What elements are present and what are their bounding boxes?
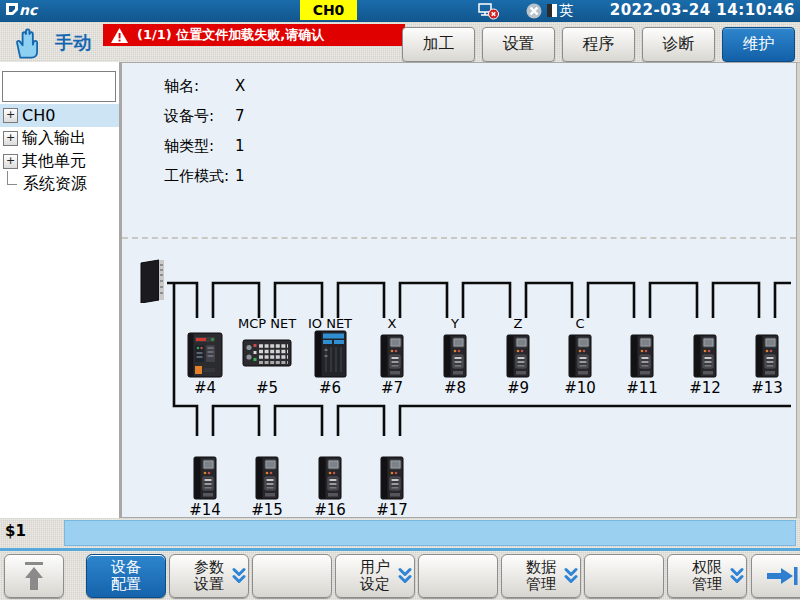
softkey-device-config[interactable]: 设备 配置 (86, 554, 166, 598)
device-node-5[interactable]: MCP NET #5 (235, 316, 299, 397)
servo-drive-device-icon (379, 332, 405, 378)
servo-drive-device-icon (254, 454, 280, 500)
device-node-4[interactable]: #4 (173, 316, 237, 397)
network-error-icon (478, 2, 500, 20)
tab-maintenance[interactable]: 维护 (722, 27, 795, 62)
device-node-11[interactable]: #11 (610, 316, 674, 397)
up-arrow-icon (18, 559, 50, 593)
manual-mode-hand-icon (8, 25, 46, 61)
main-nav-tabs: 加工 设置 程序 诊断 维护 (402, 27, 795, 62)
command-prompt-label: $1 (5, 522, 26, 540)
softkey-permission-management[interactable]: 权限 管理 (667, 554, 747, 598)
tree-item-other-units[interactable]: + 其他单元 (0, 150, 119, 173)
tree-item-ch0[interactable]: + CH0 (0, 104, 119, 127)
device-node-12[interactable]: #12 (673, 316, 737, 397)
device-tree: + CH0 + 输入输出 + 其他单元 系统资源 (0, 104, 119, 196)
softkey-empty-2 (418, 554, 498, 598)
tab-diagnosis[interactable]: 诊断 (642, 27, 715, 62)
softkey-label: 设置 (194, 576, 224, 593)
chevron-down-icon (232, 568, 246, 585)
info-label: 工作模式: (164, 167, 229, 186)
warning-icon (110, 27, 129, 44)
tree-item-label: 系统资源 (23, 174, 87, 195)
device-node-6[interactable]: IO NET #6 (298, 316, 362, 397)
device-config-panel: 轴名: X 设备号: 7 轴类型: 1 工作模式: 1 #4 MCP NET #… (121, 62, 797, 518)
io-unit-device-icon (312, 332, 348, 378)
softkey-user-settings[interactable]: 用户 设定 (335, 554, 415, 598)
channel-indicator: CH0 (300, 0, 357, 20)
svg-text:nc: nc (19, 2, 39, 18)
softkey-empty-3 (584, 554, 664, 598)
device-node-10[interactable]: C #10 (548, 316, 612, 397)
alarm-text: (1/1) 位置文件加载失败,请确认 (137, 26, 324, 44)
tree-filter-box[interactable] (2, 71, 116, 102)
expand-plus-icon[interactable]: + (3, 131, 18, 146)
device-node-13[interactable]: #13 (735, 316, 799, 397)
command-input[interactable] (64, 520, 796, 546)
device-id-label: #14 (189, 501, 221, 519)
datetime-display: 2022-03-24 14:10:46 (610, 1, 795, 19)
softkey-empty-1 (252, 554, 332, 598)
section-divider (122, 237, 796, 239)
device-node-9[interactable]: Z #9 (486, 316, 550, 397)
softkey-label: 权限 (692, 559, 722, 576)
command-bar: $1 (0, 518, 800, 548)
softkey-label: 用户 (360, 559, 390, 576)
right-arrow-icon (763, 562, 800, 590)
device-id-label: #11 (626, 379, 658, 397)
menu-next-button[interactable] (751, 554, 800, 598)
device-id-label: #12 (689, 379, 721, 397)
tab-settings[interactable]: 设置 (482, 27, 555, 62)
device-node-8[interactable]: Y #8 (423, 316, 487, 397)
softkey-bar: 设备 配置 参数 设置 用户 设定 数据 管理 权限 (0, 551, 800, 600)
servo-drive-device-icon (442, 332, 468, 378)
device-node-16[interactable]: #16 (298, 438, 362, 519)
softkey-label: 配置 (111, 576, 141, 593)
device-bus-label: X (388, 316, 397, 332)
brand-logo-icon: nc (5, 1, 75, 21)
servo-drive-device-icon (317, 454, 343, 500)
info-value: 1 (235, 167, 245, 185)
softkey-label: 管理 (692, 576, 722, 593)
info-value: 1 (235, 137, 245, 155)
device-bus-label: Z (514, 316, 523, 332)
device-id-label: #15 (251, 501, 283, 519)
tree-item-label: 输入输出 (22, 128, 86, 149)
device-tree-sidebar: + CH0 + 输入输出 + 其他单元 系统资源 (0, 62, 121, 518)
device-id-label: #7 (381, 379, 403, 397)
chevron-down-icon (730, 568, 744, 585)
expand-plus-icon[interactable]: + (3, 108, 18, 123)
device-node-7[interactable]: X #7 (360, 316, 424, 397)
servo-drive-device-icon (629, 332, 655, 378)
device-id-label: #17 (376, 501, 408, 519)
menu-up-button[interactable] (4, 554, 64, 598)
device-id-label: #10 (564, 379, 596, 397)
servo-drive-device-icon (692, 332, 718, 378)
softkey-label: 管理 (526, 576, 556, 593)
device-node-15[interactable]: #15 (235, 438, 299, 519)
device-id-label: #4 (194, 379, 216, 397)
softkey-data-management[interactable]: 数据 管理 (501, 554, 581, 598)
softkey-label: 参数 (194, 559, 224, 576)
language-indicator: 英 (559, 2, 573, 20)
info-label: 轴名: (164, 77, 199, 96)
expand-plus-icon[interactable]: + (3, 154, 18, 169)
device-bus-label: MCP NET (238, 316, 296, 332)
device-node-17[interactable]: #17 (360, 438, 424, 519)
device-node-14[interactable]: #14 (173, 438, 237, 519)
softkey-label: 数据 (526, 559, 556, 576)
servo-drive-device-icon (379, 454, 405, 500)
tree-item-system-resources[interactable]: 系统资源 (0, 173, 119, 196)
mode-label: 手动 (55, 31, 91, 55)
servo-drive-device-icon (567, 332, 593, 378)
inverter-device-icon (186, 332, 224, 378)
tree-item-io[interactable]: + 输入输出 (0, 127, 119, 150)
alarm-banner: (1/1) 位置文件加载失败,请确认 (103, 24, 405, 46)
tab-machining[interactable]: 加工 (402, 27, 475, 62)
tab-program[interactable]: 程序 (562, 27, 635, 62)
softkey-parameter-settings[interactable]: 参数 设置 (169, 554, 249, 598)
mcp-keypad-device-icon (242, 332, 292, 378)
controller-device-icon[interactable] (137, 259, 167, 307)
info-label: 轴类型: (164, 137, 214, 156)
servo-drive-device-icon (505, 332, 531, 378)
